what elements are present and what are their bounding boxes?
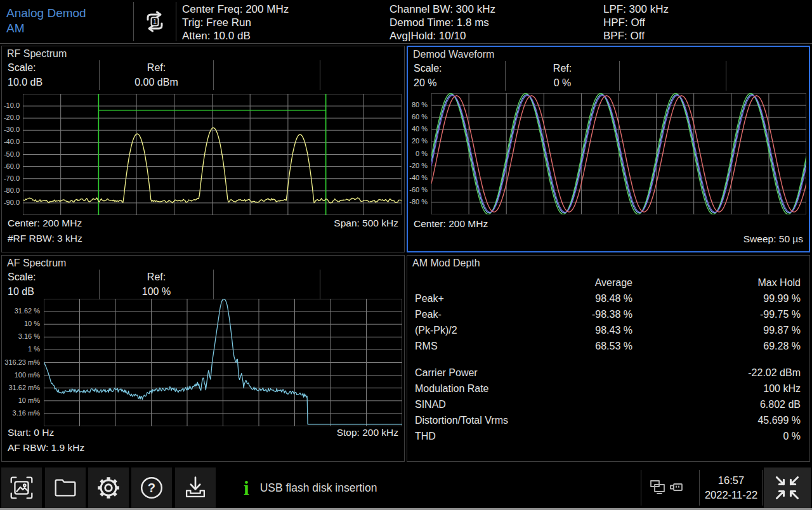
demod-waveform-panel[interactable]: Demod Waveform Scale: 20 % Ref: 0 % 80 %… [407, 46, 810, 252]
y-tick-label: 80 % [412, 101, 428, 108]
rf-bottom-line1: Center: 200 MHz Span: 500 kHz [8, 218, 398, 229]
screenshot-icon [7, 473, 36, 502]
am-mod-depth-panel[interactable]: AM Mod Depth Average Max Hold Peak+ 98.4… [407, 255, 810, 462]
y-tick-label: -20.0 [4, 114, 20, 121]
af-spectrum-panel[interactable]: AF Spectrum Scale: 10 dB Ref: 100 % 31.6… [1, 255, 405, 462]
header-readout-col2[interactable]: Channel BW: 300 kHz Demod Time: 1.8 ms A… [390, 3, 495, 43]
collapse-arrows-icon [773, 474, 801, 502]
rf-rbw-label: #RF RBW: 3 kHz [8, 233, 82, 244]
y-tick-label: 1 % [28, 345, 40, 353]
y-tick-label: -20 % [409, 162, 428, 169]
metric-row: SINAD 6.802 dB [415, 396, 801, 412]
y-tick-label: 3.16 m% [13, 409, 40, 417]
message-text: USB flash disk insertion [260, 481, 377, 495]
settings-button[interactable] [88, 468, 129, 508]
rf-spectrum-plot [23, 94, 402, 215]
rf-span-label: Span: 500 kHz [334, 218, 398, 229]
connection-status[interactable] [650, 480, 686, 499]
screenshot-button[interactable] [1, 468, 42, 508]
scale-readout[interactable]: Scale: 20 % [408, 61, 506, 91]
sweep-loop-icon: 1 [140, 8, 170, 35]
header-readout-col3[interactable]: LPF: 300 kHz HPF: Off BPF: Off [603, 3, 669, 43]
scale-readout[interactable]: Scale: 10 dB [2, 270, 100, 299]
y-tick-label: -80.0 [4, 186, 20, 194]
header-readout-col1[interactable]: Center Freq: 200 MHz Trig: Free Run Atte… [182, 3, 289, 43]
system-message: i USB flash disk insertion [244, 468, 377, 508]
folder-icon [51, 473, 80, 502]
table-row: Peak+ 98.48 % 99.99 % [415, 291, 801, 306]
rf-spectrum-panel[interactable]: RF Spectrum Scale: 10.0 dB Ref: 0.00 dBm… [1, 46, 405, 252]
rf-info-row: Scale: 10.0 dB Ref: 0.00 dBm [2, 60, 404, 91]
col-max-hold: Max Hold [632, 275, 801, 291]
y-tick-label: 0 % [416, 150, 428, 157]
avg-hold-readout: Avg|Hold: 10/10 [390, 29, 495, 43]
rf-bottom-line2: #RF RBW: 3 kHz [8, 233, 398, 244]
save-button[interactable] [175, 468, 216, 508]
ref-readout[interactable]: Ref: 0 % [506, 61, 620, 91]
status-bar: ? i USB flash disk insertion [0, 468, 812, 508]
demod-waveform-plot [431, 93, 806, 214]
mode-indicator[interactable]: Analog Demod AM [6, 6, 86, 36]
af-spectrum-plot [44, 299, 402, 426]
table-row: Peak- -98.38 % -99.75 % [415, 306, 801, 322]
y-tick-label: -50.0 [4, 150, 20, 158]
trigger-readout: Trig: Free Run [182, 16, 289, 29]
table-row: (Pk-Pk)/2 98.43 % 99.87 % [415, 322, 801, 338]
hpf-readout: HPF: Off [603, 16, 669, 29]
header-divider [176, 2, 176, 41]
continuous-sweep-button[interactable]: 1 [140, 8, 170, 35]
header-divider [133, 2, 134, 41]
svg-text:1: 1 [153, 18, 157, 25]
y-tick-label: 40 % [412, 125, 428, 133]
empty-cell [214, 270, 320, 299]
mode-line1: Analog Demod [6, 6, 86, 21]
y-tick-label: 10 % [24, 320, 40, 327]
time-display: 16:57 [700, 473, 762, 488]
date-display: 2022-11-22 [700, 488, 762, 502]
y-tick-label: 20 % [412, 137, 428, 145]
y-tick-label: -60.0 [4, 162, 20, 170]
y-tick-label: -80 % [409, 198, 428, 206]
lan-usb-icons [650, 480, 686, 496]
metric-row: Modulation Rate 100 kHz [415, 381, 801, 396]
af-start-label: Start: 0 Hz [8, 427, 54, 438]
y-tick-label: -10.0 [4, 101, 20, 109]
scale-readout[interactable]: Scale: 10.0 dB [2, 60, 100, 90]
y-tick-label: 3.16 % [18, 332, 40, 340]
af-info-row: Scale: 10 dB Ref: 100 % [2, 270, 404, 300]
empty-cell [620, 61, 726, 91]
af-stop-label: Stop: 200 kHz [337, 427, 398, 438]
col-average: Average [521, 275, 632, 291]
metric-row: Carrier Power -22.02 dBm [415, 365, 801, 381]
clock[interactable]: 16:57 2022-11-22 [700, 473, 762, 502]
y-tick-label: -90.0 [4, 199, 20, 206]
file-browser-button[interactable] [45, 468, 86, 508]
demod-info-row: Scale: 20 % Ref: 0 % [408, 61, 809, 91]
help-button[interactable]: ? [131, 468, 172, 508]
svg-text:?: ? [148, 481, 155, 495]
ref-readout[interactable]: Ref: 0.00 dBm [100, 60, 214, 90]
table-header-row: Average Max Hold [415, 275, 801, 291]
ref-readout[interactable]: Ref: 100 % [100, 270, 214, 299]
gear-icon [94, 473, 123, 502]
demod-sweep-label: Sweep: 50 µs [743, 233, 803, 245]
y-tick-label: 10 m% [18, 396, 40, 404]
demod-bottom-line1: Center: 200 MHz [414, 218, 803, 230]
mod-depth-metrics: Carrier Power -22.02 dBm Modulation Rate… [415, 365, 801, 444]
panel-title: AM Mod Depth [412, 258, 480, 269]
y-tick-label: -60 % [409, 186, 428, 193]
af-bottom-line2: AF RBW: 1.9 kHz [8, 442, 398, 454]
y-tick-label: 316.23 m% [4, 358, 40, 366]
collapse-fullscreen-button[interactable] [764, 468, 811, 508]
status-divider [699, 470, 700, 506]
demod-y-axis: 80 %60 %40 %20 %0 %-20 %-40 %-60 %-80 % [408, 93, 429, 214]
demod-time-readout: Demod Time: 1.8 ms [390, 16, 495, 29]
metric-row: Distortion/Total Vrms 45.699 % [415, 412, 801, 428]
bpf-readout: BPF: Off [603, 29, 669, 43]
header-bar: Analog Demod AM 1 Center Freq: 200 MHz T… [0, 0, 812, 44]
mod-depth-table: Average Max Hold Peak+ 98.48 % 99.99 % P… [415, 275, 801, 354]
info-icon: i [244, 478, 249, 498]
af-rbw-label: AF RBW: 1.9 kHz [8, 442, 84, 454]
y-tick-label: -70.0 [4, 174, 20, 182]
y-tick-label: -30.0 [4, 126, 20, 133]
